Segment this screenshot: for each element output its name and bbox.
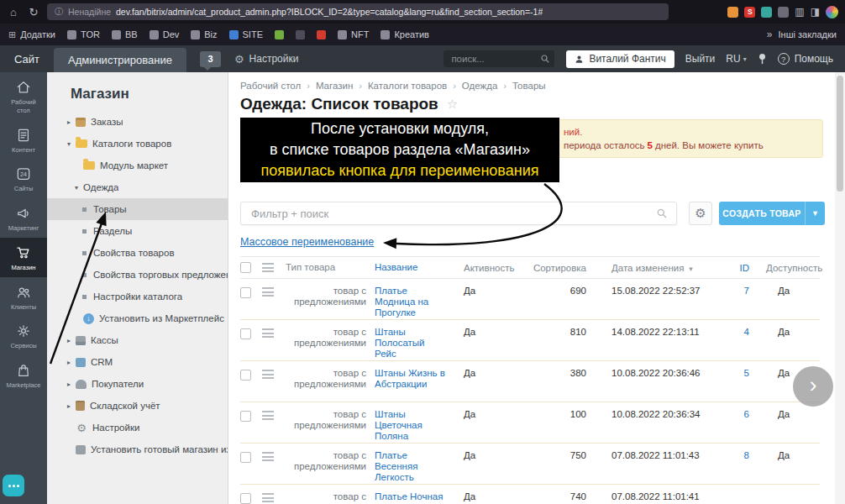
grid-settings-button[interactable]: ⚙: [689, 202, 712, 225]
logout-link[interactable]: Выйти: [685, 53, 716, 65]
breadcrumb-item[interactable]: Магазин: [316, 81, 353, 91]
library-icon[interactable]: ▥: [795, 6, 804, 18]
nav-item-services[interactable]: Сервисы: [0, 316, 47, 355]
nav-item-cart[interactable]: Магазин: [0, 238, 47, 277]
pin-icon[interactable]: [758, 53, 767, 65]
product-id-link[interactable]: 7: [721, 279, 749, 319]
settings-menu[interactable]: ⚙ Настройки: [234, 53, 299, 66]
bookmark-item[interactable]: Креатив: [381, 29, 429, 39]
sidebar-item-10[interactable]: ▸Кассы: [47, 329, 228, 351]
nav-item-marketplace[interactable]: Marketplace: [0, 355, 47, 395]
sidebar-item-15[interactable]: Установить готовый магазин из Маркетп: [47, 438, 228, 460]
url-bar[interactable]: ⓘ Ненадійне dev.fan/bitrix/admin/cat_pro…: [47, 3, 669, 20]
sidebar-item-1[interactable]: ▾Каталоги товаров: [47, 133, 228, 155]
drag-handle-icon[interactable]: [262, 493, 274, 502]
filter-search-input[interactable]: [240, 202, 677, 225]
product-name-link[interactable]: Штаны Жизнь в Абстракции: [366, 361, 457, 402]
extension-icon[interactable]: [761, 7, 772, 18]
product-name-link[interactable]: Штаны Цветочная Поляна: [366, 402, 457, 443]
scrollbar-thumb[interactable]: [837, 76, 843, 192]
user-menu[interactable]: Виталий Фантич: [566, 50, 674, 68]
drag-handle-icon[interactable]: [262, 370, 274, 379]
product-id-link[interactable]: 6: [721, 402, 749, 443]
bookmark-item[interactable]: NFT: [338, 29, 369, 39]
mass-rename-link[interactable]: Массовое переименование: [240, 236, 374, 248]
select-all-checkbox[interactable]: [240, 262, 251, 273]
next-page-button[interactable]: ›: [793, 366, 833, 407]
breadcrumb-item[interactable]: Каталоги товаров: [368, 81, 447, 91]
create-product-button[interactable]: СОЗДАТЬ ТОВАР ▼: [719, 202, 825, 225]
sidebar-item-9[interactable]: ↓Установить из Маркетплейс: [47, 307, 228, 329]
sidebar-item-11[interactable]: ▸CRM: [47, 351, 228, 373]
language-selector[interactable]: RU ▾: [726, 53, 746, 65]
product-name-link[interactable]: Платье Ночная: [366, 485, 457, 504]
bookmark-item[interactable]: Biz: [191, 29, 217, 39]
row-checkbox[interactable]: [240, 452, 251, 463]
nav-item-marketing[interactable]: Маркетинг: [0, 198, 47, 238]
header-search-input[interactable]: [443, 50, 554, 67]
bookmark-item[interactable]: SITE: [229, 29, 263, 39]
sidebar-item-6[interactable]: Свойства товаров: [47, 242, 228, 264]
row-checkbox[interactable]: [240, 411, 251, 422]
sidebar-item-12[interactable]: ▸Покупатели: [47, 373, 228, 395]
home-icon[interactable]: ⌂: [7, 6, 20, 18]
drag-handle-icon[interactable]: [262, 328, 274, 338]
sidebar-item-13[interactable]: ▸Складской учёт: [47, 395, 228, 417]
sidebar-item-5[interactable]: Разделы: [47, 220, 228, 242]
column-header-available[interactable]: Доступность: [749, 263, 820, 273]
product-id-link[interactable]: 4: [721, 320, 749, 360]
column-header-modified[interactable]: Дата изменения▼: [586, 263, 721, 273]
sidebar-item-14[interactable]: ⚙Настройки: [47, 417, 228, 438]
notifications-badge[interactable]: 3: [200, 51, 221, 67]
drag-handle-icon[interactable]: [262, 287, 274, 297]
column-header-active[interactable]: Активность: [457, 263, 516, 273]
puzzle-icon[interactable]: [778, 7, 789, 18]
row-checkbox[interactable]: [240, 493, 251, 504]
column-header-name[interactable]: Название: [366, 262, 457, 273]
column-header-type[interactable]: Тип товара: [286, 262, 366, 273]
product-name-link[interactable]: Платье Весенняя Легкость: [366, 444, 457, 484]
drag-handle-icon[interactable]: [262, 452, 274, 461]
bookmark-item[interactable]: [296, 30, 305, 39]
drag-handle-icon[interactable]: [262, 411, 274, 420]
product-name-link[interactable]: Штаны Полосатый Рейс: [366, 320, 457, 360]
sidebar-item-2[interactable]: Модуль маркет: [47, 155, 228, 176]
chat-widget-button[interactable]: [3, 475, 24, 496]
column-header-sort[interactable]: Сортировка: [516, 263, 586, 273]
extension-icon[interactable]: S: [744, 7, 755, 18]
column-header-id[interactable]: ID: [721, 263, 749, 273]
chevron-down-icon[interactable]: ▼: [805, 202, 825, 225]
sidebar-item-0[interactable]: ▸Заказы: [47, 111, 228, 133]
product-id-link[interactable]: [721, 485, 749, 504]
bookmark-item[interactable]: BB: [112, 29, 138, 39]
sidebar-toggle-icon[interactable]: ◨: [811, 6, 820, 18]
product-id-link[interactable]: 5: [721, 361, 749, 402]
nav-item-clients[interactable]: Клиенты: [0, 277, 47, 317]
tab-admin[interactable]: Администрирование: [54, 48, 186, 72]
reload-icon[interactable]: ↻: [27, 6, 40, 18]
extension-icon[interactable]: [727, 7, 738, 18]
bookmark-item[interactable]: [317, 30, 326, 39]
bookmark-item[interactable]: [275, 30, 284, 39]
tab-site[interactable]: Сайт: [0, 45, 54, 72]
bookmark-item[interactable]: TOR: [67, 29, 100, 39]
favorite-star-icon[interactable]: ☆: [447, 97, 458, 112]
bookmark-item[interactable]: ⊞Додатки: [8, 29, 55, 39]
help-menu[interactable]: ? Помощь: [778, 53, 833, 65]
row-checkbox[interactable]: [240, 287, 251, 298]
breadcrumb-item[interactable]: Товары: [512, 81, 546, 91]
product-id-link[interactable]: 8: [721, 444, 749, 484]
sidebar-item-8[interactable]: Настройки каталога: [47, 286, 228, 307]
browser-profile-avatar[interactable]: [826, 6, 838, 18]
sidebar-item-7[interactable]: Свойства торговых предложений: [47, 264, 228, 286]
sidebar-item-4[interactable]: Товары: [47, 198, 228, 220]
sidebar-item-3[interactable]: ▾Одежда: [47, 176, 228, 198]
breadcrumb-item[interactable]: Одежда: [462, 81, 497, 91]
nav-item-content[interactable]: Контент: [0, 120, 47, 160]
breadcrumb-item[interactable]: Рабочий стол: [240, 81, 301, 91]
row-checkbox[interactable]: [240, 328, 251, 339]
row-checkbox[interactable]: [240, 370, 251, 381]
product-name-link[interactable]: Платье Модница на Прогулке: [366, 279, 457, 319]
other-bookmarks[interactable]: » Інші закладки: [767, 29, 837, 40]
nav-item-sites[interactable]: 24Сайты: [0, 159, 47, 198]
